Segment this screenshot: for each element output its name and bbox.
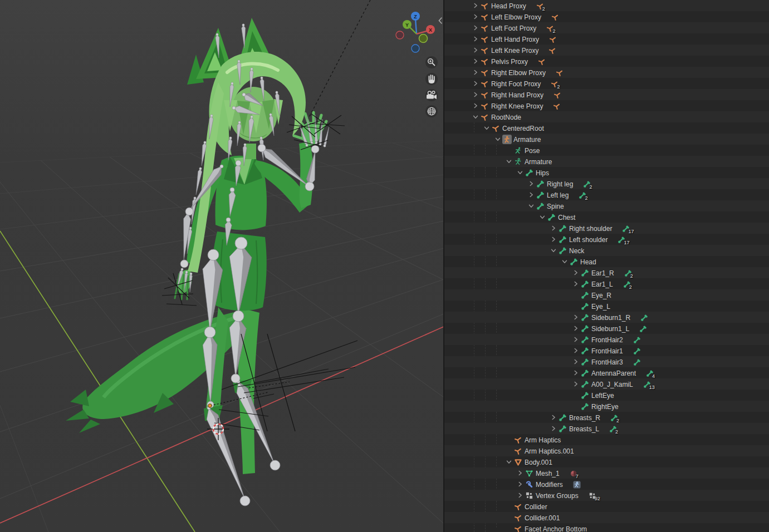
outliner-row[interactable]: Head	[444, 256, 769, 267]
chevron-right-icon[interactable]	[571, 346, 580, 355]
chevron-down-icon[interactable]	[527, 201, 536, 210]
chevron-right-icon[interactable]	[471, 68, 480, 77]
gizmo-x-axis[interactable]: X	[426, 25, 435, 34]
gizmo-y-neg[interactable]	[419, 35, 428, 43]
outliner-row[interactable]: Right Foot Proxy2	[444, 78, 769, 89]
chevron-right-icon[interactable]	[571, 368, 580, 377]
outliner-row[interactable]: RootNode	[444, 111, 769, 122]
chevron-right-icon[interactable]	[571, 324, 580, 333]
chevron-right-icon[interactable]	[571, 268, 580, 277]
outliner-row[interactable]: Facet Anchor Bottom	[444, 523, 769, 532]
outliner-row[interactable]: Chest	[444, 211, 769, 223]
outliner-row[interactable]: Right leg2	[444, 178, 769, 189]
chevron-right-icon[interactable]	[516, 480, 525, 489]
outliner-row[interactable]: Sideburn1_R	[444, 312, 769, 323]
outliner-row[interactable]: Left Hand Proxy	[444, 33, 769, 45]
outliner-row[interactable]: FrontHair1	[444, 345, 769, 356]
chevron-right-icon[interactable]	[571, 279, 580, 288]
chevron-down-icon[interactable]	[549, 246, 558, 255]
chevron-right-icon[interactable]	[571, 380, 580, 388]
chevron-right-icon[interactable]	[571, 357, 580, 366]
outliner-panel[interactable]: Head Proxy2Left Elbow ProxyLeft Foot Pro…	[444, 0, 769, 532]
camera-view-icon[interactable]	[425, 89, 438, 101]
outliner-row[interactable]: Breasts_L2	[444, 423, 769, 434]
outliner-row[interactable]: FrontHair2	[444, 334, 769, 345]
chevron-down-icon[interactable]	[504, 157, 513, 166]
outliner-row[interactable]: Right Hand Proxy	[444, 89, 769, 100]
outliner-row[interactable]: Right shoulder17	[444, 223, 769, 234]
outliner-row[interactable]: Armature	[444, 134, 769, 145]
chevron-right-icon[interactable]	[471, 12, 480, 21]
zoom-in-icon[interactable]	[425, 56, 438, 68]
chevron-down-icon[interactable]	[560, 257, 569, 266]
chevron-down-icon[interactable]	[482, 124, 491, 132]
chevron-right-icon[interactable]	[471, 46, 480, 55]
chevron-right-icon[interactable]	[527, 179, 536, 188]
3d-viewport[interactable]: Z Y X	[0, 0, 443, 532]
chevron-right-icon[interactable]	[471, 1, 480, 10]
outliner-row[interactable]: Spine	[444, 200, 769, 211]
outliner-row[interactable]: LeftEye	[444, 390, 769, 401]
outliner-row[interactable]: Eye_R	[444, 289, 769, 301]
chevron-right-icon[interactable]	[471, 79, 480, 88]
chevron-down-icon[interactable]	[516, 168, 525, 177]
chevron-right-icon[interactable]	[527, 190, 536, 199]
outliner-row[interactable]: Sideburn1_L	[444, 323, 769, 334]
outliner-row[interactable]: A00_J_KamiL13	[444, 378, 769, 390]
outliner-row[interactable]: Hips	[444, 167, 769, 178]
chevron-right-icon[interactable]	[549, 424, 558, 433]
chevron-down-icon[interactable]	[471, 112, 480, 121]
outliner-row[interactable]: Ear1_R2	[444, 267, 769, 278]
chevron-right-icon[interactable]	[516, 469, 525, 477]
chevron-right-icon[interactable]	[549, 413, 558, 422]
outliner-row[interactable]: Mesh_17	[444, 467, 769, 479]
gizmo-x-neg[interactable]	[396, 31, 404, 39]
outliner-row[interactable]: Armature	[444, 156, 769, 167]
region-collapse-icon[interactable]	[439, 18, 442, 23]
chevron-right-icon[interactable]	[571, 313, 580, 322]
outliner-row[interactable]: CenteredRoot	[444, 122, 769, 134]
outliner-row[interactable]: Head Proxy2	[444, 0, 769, 11]
outliner-row[interactable]: RightEye	[444, 401, 769, 412]
outliner-row[interactable]: Left Foot Proxy2	[444, 22, 769, 33]
outliner-row[interactable]: FrontHair3	[444, 356, 769, 367]
outliner-row[interactable]: Body.001	[444, 456, 769, 467]
outliner-row[interactable]: Collider.001	[444, 512, 769, 523]
outliner-row[interactable]: Left Elbow Proxy	[444, 11, 769, 22]
outliner-row[interactable]: Right Knee Proxy	[444, 100, 769, 111]
outliner-row[interactable]: Left shoulder17	[444, 234, 769, 245]
gizmo-z-neg[interactable]	[412, 45, 419, 52]
chevron-down-icon[interactable]	[493, 135, 502, 144]
pan-hand-icon[interactable]	[425, 73, 438, 85]
chevron-right-icon[interactable]	[471, 57, 480, 66]
outliner-row[interactable]: Ear1_L2	[444, 278, 769, 289]
outliner-row[interactable]: AntennaParent4	[444, 367, 769, 378]
chevron-right-icon[interactable]	[571, 335, 580, 344]
outliner-row[interactable]: Right Elbow Proxy	[444, 67, 769, 78]
chevron-right-icon[interactable]	[471, 90, 480, 99]
outliner-row[interactable]: Eye_L	[444, 301, 769, 312]
chevron-down-icon[interactable]	[504, 457, 513, 466]
outliner-row[interactable]: Vertex Groups92	[444, 490, 769, 501]
outliner-row[interactable]: Modifiers	[444, 479, 769, 490]
outliner-row[interactable]: Pose	[444, 145, 769, 156]
outliner-row[interactable]: Collider	[444, 501, 769, 512]
outliner-row[interactable]: Left Knee Proxy	[444, 45, 769, 56]
outliner-row[interactable]: Pelvis Proxy	[444, 56, 769, 67]
chevron-down-icon[interactable]	[538, 213, 547, 221]
outliner-row[interactable]: Neck	[444, 245, 769, 256]
chevron-right-icon[interactable]	[516, 491, 525, 500]
chevron-right-icon[interactable]	[471, 35, 480, 43]
chevron-right-icon[interactable]	[549, 235, 558, 244]
chevron-right-icon[interactable]	[471, 101, 480, 110]
outliner-row[interactable]: Arm Haptics.001	[444, 445, 769, 456]
gizmo-y-axis[interactable]: Y	[403, 20, 412, 29]
chevron-right-icon[interactable]	[471, 23, 480, 32]
perspective-grid-icon[interactable]	[425, 105, 438, 117]
chevron-right-icon[interactable]	[549, 224, 558, 233]
navigation-gizmo[interactable]: Z Y X	[396, 12, 435, 52]
gizmo-z-axis[interactable]: Z	[411, 12, 420, 21]
outliner-row[interactable]: Left leg2	[444, 189, 769, 200]
outliner-row[interactable]: Arm Haptics	[444, 434, 769, 445]
outliner-row[interactable]: Breasts_R2	[444, 412, 769, 423]
